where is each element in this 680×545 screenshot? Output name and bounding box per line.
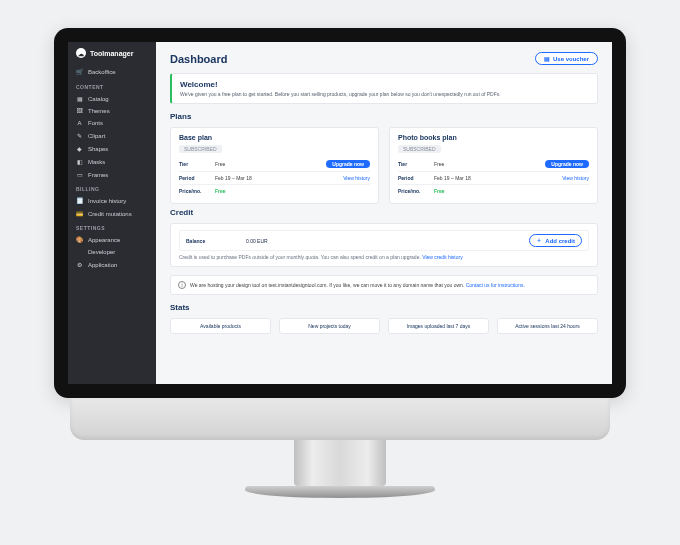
nav-group-title: CONTENT xyxy=(68,79,156,92)
sidebar-item-label: Credit mutations xyxy=(88,211,132,217)
welcome-panel: Welcome! We've given you a free plan to … xyxy=(170,73,598,104)
application-icon: ⚙ xyxy=(76,261,83,268)
use-voucher-button[interactable]: ▤ Use voucher xyxy=(535,52,598,65)
tier-label: Tier xyxy=(398,161,434,167)
hosting-info-banner: i We are hosting your design tool on tes… xyxy=(170,275,598,295)
credit-history-link[interactable]: View credit history xyxy=(422,254,462,260)
credit-balance-row: Balance 0.00 EUR ＋ Add credit xyxy=(179,230,589,251)
imac-mockup: ☁ Toolmanager 🛒 Backoffice CONTENT▦Catal… xyxy=(54,28,626,498)
price-label: Price/mo. xyxy=(398,188,434,194)
stat-card: New projects today xyxy=(279,318,380,334)
sidebar-item-label: Developer xyxy=(88,249,115,255)
credit mutations-icon: 💳 xyxy=(76,210,83,217)
sidebar-item-label: Catalog xyxy=(88,96,109,102)
cloud-icon: ☁ xyxy=(76,48,86,58)
invoice history-icon: 🧾 xyxy=(76,197,83,204)
stat-card: Active sessions last 24 hours xyxy=(497,318,598,334)
welcome-body: We've given you a free plan to get start… xyxy=(180,91,589,97)
sidebar-item-developer[interactable]: Developer xyxy=(68,246,156,258)
use-voucher-label: Use voucher xyxy=(553,56,589,62)
view-history-link[interactable]: View history xyxy=(562,175,589,181)
price-label: Price/mo. xyxy=(179,188,215,194)
plan-card: Photo books planSUBSCRIBEDTierFreeUpgrad… xyxy=(389,127,598,204)
page-title: Dashboard xyxy=(170,53,227,65)
sidebar-item-label: Clipart xyxy=(88,133,105,139)
sidebar-item-label: Themes xyxy=(88,108,110,114)
welcome-title: Welcome! xyxy=(180,80,589,89)
imac-chin xyxy=(70,398,610,440)
sidebar-item-fonts[interactable]: AFonts xyxy=(68,117,156,129)
sidebar-item-label: Masks xyxy=(88,159,105,165)
period-label: Period xyxy=(398,175,434,181)
screen-bezel: ☁ Toolmanager 🛒 Backoffice CONTENT▦Catal… xyxy=(54,28,626,398)
banner-contact-link[interactable]: Contact us for instructions. xyxy=(466,282,525,288)
plus-icon: ＋ xyxy=(536,236,542,245)
sidebar-item-appearance[interactable]: 🎨Appearance xyxy=(68,233,156,246)
sidebar-item-themes[interactable]: 🖼Themes xyxy=(68,105,156,117)
sidebar-item-masks[interactable]: ◧Masks xyxy=(68,155,156,168)
main-content: Dashboard ▤ Use voucher Welcome! We've g… xyxy=(156,42,612,384)
app-screen: ☁ Toolmanager 🛒 Backoffice CONTENT▦Catal… xyxy=(68,42,612,384)
add-credit-label: Add credit xyxy=(545,238,575,244)
fonts-icon: A xyxy=(76,120,83,126)
plans-row: Base planSUBSCRIBEDTierFreeUpgrade nowPe… xyxy=(170,127,598,204)
voucher-icon: ▤ xyxy=(544,55,550,62)
themes-icon: 🖼 xyxy=(76,108,83,114)
sidebar-item-clipart[interactable]: ✎Clipart xyxy=(68,129,156,142)
stats-title: Stats xyxy=(170,303,598,312)
tier-value: Free xyxy=(434,161,545,167)
banner-text: We are hosting your design tool on test.… xyxy=(190,282,466,288)
clipart-icon: ✎ xyxy=(76,132,83,139)
plan-name: Photo books plan xyxy=(398,134,589,141)
sidebar-item-shapes[interactable]: ◆Shapes xyxy=(68,142,156,155)
masks-icon: ◧ xyxy=(76,158,83,165)
imac-stand-base xyxy=(245,486,435,498)
subscribed-badge: SUBSCRIBED xyxy=(179,145,222,153)
sidebar-item-application[interactable]: ⚙Application xyxy=(68,258,156,271)
sidebar-item-invoice-history[interactable]: 🧾Invoice history xyxy=(68,194,156,207)
tier-label: Tier xyxy=(179,161,215,167)
catalog-icon: ▦ xyxy=(76,95,83,102)
stat-card: Images uploaded last 7 days xyxy=(388,318,489,334)
upgrade-button[interactable]: Upgrade now xyxy=(545,160,589,168)
sidebar-item-label: Appearance xyxy=(88,237,120,243)
nav-group-title: BILLING xyxy=(68,181,156,194)
upgrade-button[interactable]: Upgrade now xyxy=(326,160,370,168)
sidebar-item-label: Fonts xyxy=(88,120,103,126)
cart-icon: 🛒 xyxy=(76,68,83,75)
sidebar-item-label: Invoice history xyxy=(88,198,126,204)
credit-note: Credit is used to purchase PDFs outside … xyxy=(179,254,589,260)
price-value: Free xyxy=(434,188,589,194)
view-history-link[interactable]: View history xyxy=(343,175,370,181)
subscribed-badge: SUBSCRIBED xyxy=(398,145,441,153)
period-label: Period xyxy=(179,175,215,181)
sidebar-item-credit-mutations[interactable]: 💳Credit mutations xyxy=(68,207,156,220)
tier-value: Free xyxy=(215,161,326,167)
brand-name: Toolmanager xyxy=(90,50,133,57)
period-value: Feb 19 – Mar 18 xyxy=(215,175,343,181)
sidebar: ☁ Toolmanager 🛒 Backoffice CONTENT▦Catal… xyxy=(68,42,156,384)
plan-name: Base plan xyxy=(179,134,370,141)
plans-title: Plans xyxy=(170,112,598,121)
stats-row: Available productsNew projects todayImag… xyxy=(170,318,598,334)
sidebar-item-frames[interactable]: ▭Frames xyxy=(68,168,156,181)
sidebar-item-label: Application xyxy=(88,262,117,268)
plan-card: Base planSUBSCRIBEDTierFreeUpgrade nowPe… xyxy=(170,127,379,204)
info-icon: i xyxy=(178,281,186,289)
credit-title: Credit xyxy=(170,208,598,217)
sidebar-item-backoffice[interactable]: 🛒 Backoffice xyxy=(68,64,156,79)
shapes-icon: ◆ xyxy=(76,145,83,152)
brand[interactable]: ☁ Toolmanager xyxy=(68,42,156,64)
frames-icon: ▭ xyxy=(76,171,83,178)
sidebar-item-label: Frames xyxy=(88,172,108,178)
add-credit-button[interactable]: ＋ Add credit xyxy=(529,234,582,247)
sidebar-item-catalog[interactable]: ▦Catalog xyxy=(68,92,156,105)
credit-card: Balance 0.00 EUR ＋ Add credit Credit is … xyxy=(170,223,598,267)
nav-group-title: SETTINGS xyxy=(68,220,156,233)
balance-label: Balance xyxy=(186,238,246,244)
sidebar-item-label: Backoffice xyxy=(88,69,116,75)
price-value: Free xyxy=(215,188,370,194)
sidebar-item-label: Shapes xyxy=(88,146,108,152)
imac-stand-neck xyxy=(294,440,386,486)
balance-value: 0.00 EUR xyxy=(246,238,529,244)
